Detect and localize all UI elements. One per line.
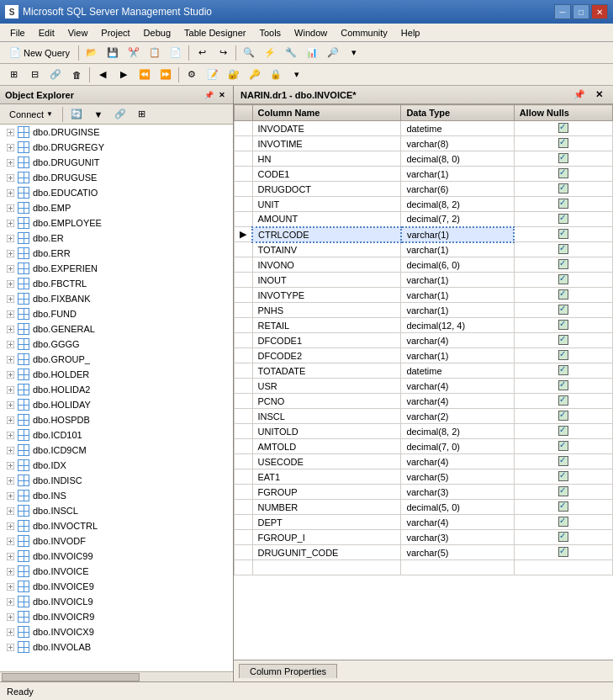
tree-item[interactable]: dbo.EXPERIEN [0, 261, 233, 276]
allow-nulls-checkbox[interactable] [558, 517, 568, 527]
toolbar-btn-6[interactable]: ↩ [192, 44, 212, 62]
tree-item[interactable]: dbo.ICD101 [0, 427, 233, 443]
table-row[interactable]: TOTADATEdatetime [235, 363, 613, 379]
tree-expander[interactable] [3, 201, 17, 215]
cell-allow-nulls[interactable] [514, 530, 612, 545]
cell-data-type[interactable]: decimal(7, 2) [401, 212, 514, 227]
tree-expander[interactable] [3, 459, 17, 472]
toolbar2-btn-1[interactable]: ⊞ [3, 66, 24, 84]
cell-data-type[interactable]: varchar(1) [401, 303, 514, 318]
cell-data-type[interactable]: varchar(5) [401, 469, 514, 485]
tree-expander[interactable] [3, 625, 17, 639]
cell-data-type[interactable]: datetime [401, 363, 514, 379]
tree-item[interactable]: dbo.INVOCTRL [0, 518, 233, 533]
cell-data-type[interactable]: decimal(12, 4) [401, 318, 514, 333]
cell-column-name[interactable]: PNHS [252, 303, 401, 318]
allow-nulls-checkbox[interactable] [558, 411, 568, 421]
toolbar-btn-2[interactable]: 💾 [103, 44, 123, 62]
toolbar-btn-5[interactable]: 📄 [166, 44, 186, 62]
toolbar2-btn-7[interactable]: ⏪ [135, 66, 155, 84]
tree-item[interactable]: dbo.INDISC [0, 473, 233, 488]
cell-data-type[interactable]: varchar(4) [401, 515, 514, 530]
table-row[interactable]: USECODEvarchar(4) [235, 454, 613, 469]
tree-item[interactable]: dbo.HOLIDA2 [0, 382, 233, 397]
tab-close-button[interactable]: ✕ [592, 88, 606, 101]
toolbar2-btn-5[interactable]: ◀ [92, 66, 113, 84]
toolbar-btn-8[interactable]: 🔍 [239, 44, 259, 62]
new-query-button[interactable]: 📄 New Query [3, 44, 76, 62]
oe-pin-button[interactable]: 📌 [203, 89, 214, 101]
cell-column-name[interactable]: DEPT [252, 515, 401, 530]
allow-nulls-checkbox[interactable] [558, 501, 568, 512]
tree-item[interactable]: dbo.EMP [0, 200, 233, 215]
table-row[interactable]: UNITdecimal(8, 2) [235, 197, 613, 212]
cell-column-name[interactable]: UNIT [252, 197, 401, 212]
cell-data-type[interactable]: varchar(8) [401, 136, 514, 151]
tree-item[interactable]: dbo.ERR [0, 246, 233, 261]
pin-icon[interactable]: 📌 [570, 88, 589, 101]
toolbar2-btn-13[interactable]: 🔒 [266, 66, 286, 84]
cell-data-type[interactable]: varchar(5) [401, 545, 514, 560]
cell-allow-nulls[interactable] [514, 560, 612, 575]
table-row[interactable]: INOUTvarchar(1) [235, 273, 613, 288]
tree-expander[interactable] [3, 141, 17, 154]
cell-data-type[interactable] [401, 560, 514, 575]
allow-nulls-checkbox[interactable] [558, 138, 568, 148]
tree-expander[interactable] [3, 353, 17, 366]
tree-expander[interactable] [3, 580, 17, 593]
table-row[interactable]: DEPTvarchar(4) [235, 515, 613, 530]
cell-column-name[interactable]: INVOTYPE [252, 288, 401, 303]
tree-expander[interactable] [3, 186, 17, 199]
toolbar2-btn-3[interactable]: 🔗 [45, 66, 66, 84]
tree-expander[interactable] [3, 565, 17, 578]
cell-column-name[interactable]: TOTAINV [252, 242, 401, 257]
oe-sync-button[interactable]: 🔗 [110, 105, 130, 124]
maximize-button[interactable]: □ [573, 4, 589, 19]
toolbar-btn-11[interactable]: 📊 [302, 44, 322, 62]
table-row[interactable]: EAT1varchar(5) [235, 469, 613, 485]
cell-data-type[interactable]: varchar(4) [401, 333, 514, 348]
tree-expander[interactable] [3, 262, 17, 275]
table-row[interactable]: AMOUNTdecimal(7, 2) [235, 212, 613, 227]
table-row[interactable]: FGROUPvarchar(3) [235, 485, 613, 500]
cell-data-type[interactable]: varchar(3) [401, 530, 514, 545]
cell-allow-nulls[interactable] [514, 121, 612, 136]
tree-item[interactable]: dbo.DRUGUNIT [0, 155, 233, 170]
cell-allow-nulls[interactable] [514, 257, 612, 273]
allow-nulls-checkbox[interactable] [558, 486, 568, 496]
table-row[interactable]: UNITOLDdecimal(8, 2) [235, 424, 613, 439]
cell-column-name[interactable] [252, 560, 401, 575]
cell-column-name[interactable]: INOUT [252, 273, 401, 288]
table-row[interactable]: HNdecimal(8, 0) [235, 151, 613, 167]
allow-nulls-checkbox[interactable] [558, 183, 568, 194]
cell-column-name[interactable]: CODE1 [252, 167, 401, 182]
tree-expander[interactable] [3, 171, 17, 184]
toolbar-btn-10[interactable]: 🔧 [281, 44, 301, 62]
cell-column-name[interactable]: INSCL [252, 409, 401, 424]
cell-allow-nulls[interactable] [514, 151, 612, 167]
allow-nulls-checkbox[interactable] [558, 365, 568, 375]
tree-expander[interactable] [3, 125, 17, 139]
cell-data-type[interactable]: varchar(1) [401, 242, 514, 257]
cell-allow-nulls[interactable] [514, 454, 612, 469]
tree-item[interactable]: dbo.DRUGUSE [0, 170, 233, 185]
oe-close-button[interactable]: ✕ [216, 89, 228, 101]
cell-allow-nulls[interactable] [514, 182, 612, 197]
menu-item-project[interactable]: Project [94, 26, 136, 40]
table-row[interactable]: FGROUP_Ivarchar(3) [235, 530, 613, 545]
tree-item[interactable]: dbo.HOLIDAY [0, 397, 233, 412]
cell-column-name[interactable]: INVONO [252, 257, 401, 273]
cell-data-type[interactable]: varchar(6) [401, 182, 514, 197]
cell-allow-nulls[interactable] [514, 379, 612, 394]
cell-column-name[interactable]: DFCODE2 [252, 348, 401, 363]
menu-item-view[interactable]: View [61, 26, 95, 40]
h-scroll-track[interactable] [2, 673, 231, 681]
tree-item[interactable]: dbo.FBCTRL [0, 276, 233, 291]
cell-allow-nulls[interactable] [514, 227, 612, 242]
allow-nulls-checkbox[interactable] [558, 320, 568, 330]
minimize-button[interactable]: ─ [554, 4, 571, 19]
tree-item[interactable]: dbo.GGGG [0, 337, 233, 352]
column-properties-tab[interactable]: Column Properties [239, 664, 337, 678]
tree-item[interactable]: dbo.ICD9CM [0, 443, 233, 458]
grid-area[interactable]: Column Name Data Type Allow Nulls INVODA… [234, 104, 613, 660]
